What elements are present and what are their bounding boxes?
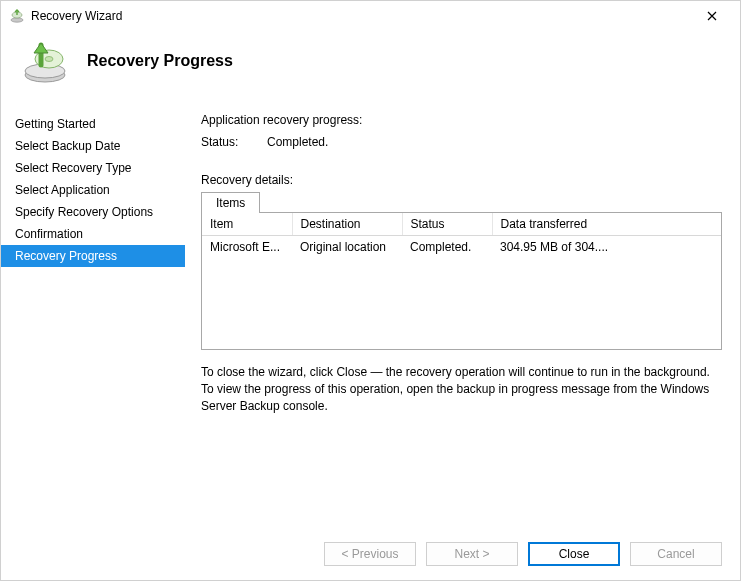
app-icon [9,8,25,24]
wizard-button-row: < Previous Next > Close Cancel [324,542,722,566]
table-row[interactable]: Microsoft E... Original location Complet… [202,236,721,259]
window-title: Recovery Wizard [31,9,692,23]
tab-items[interactable]: Items [201,192,260,213]
page-heading: Recovery Progress [87,52,233,70]
step-label: Confirmation [15,227,83,241]
svg-point-0 [11,18,23,22]
step-select-backup-date[interactable]: Select Backup Date [1,135,185,157]
recovery-icon [21,37,69,85]
svg-point-5 [45,57,53,62]
tab-label: Items [216,196,245,210]
details-tab-container: Items Item Destination Status Data trans… [201,191,722,350]
wizard-header: Recovery Progress [1,31,740,101]
step-label: Specify Recovery Options [15,205,153,219]
step-recovery-progress[interactable]: Recovery Progress [1,245,185,267]
cell-item: Microsoft E... [202,236,292,259]
button-label: < Previous [341,547,398,561]
previous-button: < Previous [324,542,416,566]
recovery-details-label: Recovery details: [201,173,722,187]
cell-destination: Original location [292,236,402,259]
col-header-destination[interactable]: Destination [292,213,402,236]
titlebar: Recovery Wizard [1,1,740,31]
details-table: Item Destination Status Data transferred… [201,212,722,350]
step-select-application[interactable]: Select Application [1,179,185,201]
close-hint-text: To close the wizard, click Close — the r… [201,364,722,414]
table-header-row: Item Destination Status Data transferred [202,213,721,236]
step-confirmation[interactable]: Confirmation [1,223,185,245]
step-label: Select Backup Date [15,139,120,153]
col-header-data[interactable]: Data transferred [492,213,721,236]
col-header-item[interactable]: Item [202,213,292,236]
step-getting-started[interactable]: Getting Started [1,113,185,135]
step-label: Select Recovery Type [15,161,132,175]
next-button: Next > [426,542,518,566]
progress-title: Application recovery progress: [201,113,722,127]
button-label: Next > [454,547,489,561]
status-row: Status: Completed. [201,135,722,149]
status-value: Completed. [267,135,328,149]
step-select-recovery-type[interactable]: Select Recovery Type [1,157,185,179]
cancel-button: Cancel [630,542,722,566]
wizard-main: Application recovery progress: Status: C… [185,101,740,524]
close-button[interactable]: Close [528,542,620,566]
step-label: Recovery Progress [15,249,117,263]
col-header-status[interactable]: Status [402,213,492,236]
step-specify-recovery-options[interactable]: Specify Recovery Options [1,201,185,223]
window-close-button[interactable] [692,2,732,30]
button-label: Close [559,547,590,561]
wizard-body: Getting Started Select Backup Date Selec… [1,101,740,524]
cell-status: Completed. [402,236,492,259]
button-label: Cancel [657,547,694,561]
cell-data: 304.95 MB of 304.... [492,236,721,259]
tab-strip: Items [201,191,722,212]
wizard-steps-sidebar: Getting Started Select Backup Date Selec… [1,101,185,524]
step-label: Getting Started [15,117,96,131]
step-label: Select Application [15,183,110,197]
status-label: Status: [201,135,251,149]
